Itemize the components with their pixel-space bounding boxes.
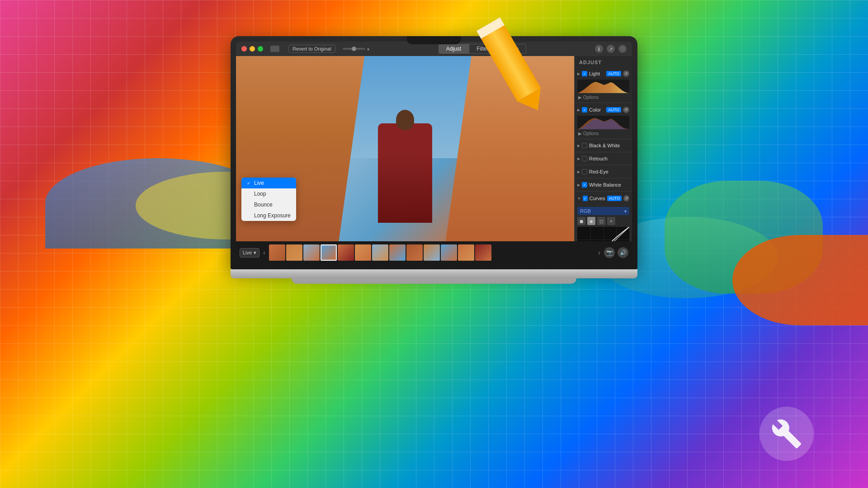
light-histogram bbox=[577, 80, 629, 93]
retouch-checkbox[interactable] bbox=[582, 156, 587, 161]
bw-label: Black & White bbox=[589, 143, 629, 148]
retouch-section-header[interactable]: ▶ Retouch bbox=[575, 154, 632, 163]
wrench-icon bbox=[760, 407, 814, 461]
filmstrip-camera-btn[interactable]: 📷 bbox=[604, 247, 615, 258]
mid-point-tool[interactable]: ◆ bbox=[587, 217, 595, 225]
curves-section-header[interactable]: ▼ ✓ Curves AUTO ↺ bbox=[575, 193, 632, 203]
wb-section-header[interactable]: ▶ ✓ White Balance bbox=[575, 180, 632, 189]
frame-7[interactable] bbox=[372, 244, 388, 261]
frame-8[interactable] bbox=[389, 244, 406, 261]
retouch-label: Retouch bbox=[589, 156, 629, 161]
frame-6[interactable] bbox=[355, 244, 371, 261]
thumbnail-view-icon[interactable] bbox=[270, 46, 279, 52]
close-button[interactable] bbox=[241, 46, 247, 52]
frame-9[interactable] bbox=[406, 244, 423, 261]
color-options[interactable]: ▶ Options bbox=[575, 130, 632, 137]
dropdown-item-live[interactable]: ✓ Live bbox=[241, 178, 296, 188]
color-chevron: ▶ bbox=[577, 108, 580, 112]
retouch-chevron: ▶ bbox=[577, 157, 580, 161]
laptop-base bbox=[231, 269, 637, 278]
frame-3[interactable] bbox=[303, 244, 320, 261]
white-point-tool[interactable]: ◻ bbox=[597, 217, 605, 225]
laptop-notch bbox=[407, 36, 461, 44]
redeye-chevron: ▶ bbox=[577, 170, 580, 174]
light-reset[interactable]: ↺ bbox=[623, 70, 629, 77]
frame-4-active[interactable] bbox=[321, 244, 337, 261]
wb-chevron: ▶ bbox=[577, 183, 580, 187]
frame-11[interactable] bbox=[441, 244, 457, 261]
dropdown-item-bounce[interactable]: Bounce bbox=[241, 199, 296, 210]
curves-controls: RGB ▾ ◼ ◆ ◻ + bbox=[575, 203, 632, 241]
redeye-label: Red-Eye bbox=[589, 169, 629, 174]
live-selector[interactable]: Live ▾ bbox=[240, 248, 259, 258]
wb-enabled[interactable]: ✓ bbox=[582, 182, 587, 188]
curves-reset[interactable]: ↺ bbox=[623, 195, 629, 202]
light-options[interactable]: ▶ Options bbox=[575, 94, 632, 101]
share-icon[interactable]: ↗ bbox=[607, 45, 615, 53]
revert-button[interactable]: Revert to Original bbox=[288, 45, 335, 53]
curves-auto-badge[interactable]: AUTO bbox=[607, 196, 622, 201]
view-toggle-icons bbox=[270, 46, 279, 52]
content-area: ✓ Live Loop Bounce bbox=[236, 56, 632, 241]
color-reset[interactable]: ↺ bbox=[623, 107, 629, 113]
frame-10[interactable] bbox=[424, 244, 440, 261]
frame-12[interactable] bbox=[458, 244, 474, 261]
adjust-panel: ADJUST ▶ ✓ Light AUTO ↺ bbox=[574, 56, 632, 241]
color-section: ▶ ✓ Color AUTO ↺ bbox=[575, 103, 632, 139]
redeye-section-header[interactable]: ▶ Red-Eye bbox=[575, 167, 632, 176]
rgb-channel-selector[interactable]: RGB ▾ bbox=[577, 207, 629, 215]
dropdown-item-loop[interactable]: Loop bbox=[241, 188, 296, 199]
favorite-icon[interactable]: ♡ bbox=[618, 45, 627, 53]
light-auto-badge[interactable]: AUTO bbox=[606, 71, 621, 76]
color-auto-badge[interactable]: AUTO bbox=[606, 107, 621, 113]
filmstrip-sound-btn[interactable]: 🔊 bbox=[618, 247, 628, 258]
person-silhouette bbox=[378, 123, 432, 223]
laptop-foot bbox=[292, 278, 576, 284]
color-enabled[interactable]: ✓ bbox=[582, 107, 587, 113]
filmstrip-prev[interactable]: ‹ bbox=[261, 249, 267, 256]
checkmark-icon: ✓ bbox=[247, 181, 251, 186]
add-point-tool[interactable]: + bbox=[607, 217, 615, 225]
light-section-header[interactable]: ▶ ✓ Light AUTO ↺ bbox=[575, 69, 632, 79]
tab-adjust[interactable]: Adjust bbox=[439, 44, 469, 54]
bw-section-header[interactable]: ▶ Black & White bbox=[575, 141, 632, 150]
laptop-lid: Revert to Original ● Adjust Filters Crop… bbox=[231, 36, 637, 269]
bw-checkbox[interactable] bbox=[582, 143, 587, 148]
light-label: Light bbox=[589, 71, 604, 76]
app-window: Revert to Original ● Adjust Filters Crop… bbox=[236, 42, 632, 264]
color-label: Color bbox=[589, 107, 604, 113]
maximize-button[interactable] bbox=[258, 46, 263, 52]
redeye-checkbox[interactable] bbox=[582, 169, 587, 174]
frame-5[interactable] bbox=[338, 244, 354, 261]
minimize-button[interactable] bbox=[250, 46, 255, 52]
shape-orange-right bbox=[732, 235, 868, 325]
black-point-tool[interactable]: ◼ bbox=[577, 217, 585, 225]
bw-chevron: ▶ bbox=[577, 144, 580, 148]
curves-graph[interactable] bbox=[577, 227, 629, 241]
redeye-section: ▶ Red-Eye bbox=[575, 165, 632, 178]
live-photo-dropdown: ✓ Live Loop Bounce bbox=[241, 178, 296, 221]
curves-chevron: ▼ bbox=[577, 197, 581, 201]
frame-2[interactable] bbox=[286, 244, 302, 261]
laptop-screen: Revert to Original ● Adjust Filters Crop… bbox=[236, 42, 632, 264]
traffic-lights bbox=[241, 46, 263, 52]
info-icon[interactable]: ℹ bbox=[595, 45, 603, 53]
bw-section: ▶ Black & White bbox=[575, 139, 632, 152]
filmstrip-controls: 📷 🔊 bbox=[604, 247, 628, 258]
light-chevron: ▶ bbox=[577, 72, 580, 76]
color-histogram bbox=[577, 116, 629, 129]
retouch-section: ▶ Retouch bbox=[575, 152, 632, 165]
svg-line-0 bbox=[577, 227, 629, 241]
wb-section: ▶ ✓ White Balance bbox=[575, 178, 632, 192]
frame-1[interactable] bbox=[269, 244, 285, 261]
laptop: Revert to Original ● Adjust Filters Crop… bbox=[231, 36, 637, 284]
color-section-header[interactable]: ▶ ✓ Color AUTO ↺ bbox=[575, 105, 632, 115]
curves-enabled[interactable]: ✓ bbox=[583, 196, 588, 201]
light-section: ▶ ✓ Light AUTO ↺ bbox=[575, 67, 632, 103]
dropdown-item-long-exposure[interactable]: Long Exposure bbox=[241, 210, 296, 221]
filmstrip-next[interactable]: › bbox=[596, 249, 602, 256]
light-enabled[interactable]: ✓ bbox=[582, 71, 587, 76]
curves-tool-group: ◼ ◆ ◻ + bbox=[577, 217, 629, 225]
frame-13[interactable] bbox=[475, 244, 491, 261]
curves-section: ▼ ✓ Curves AUTO ↺ RGB ▾ bbox=[575, 192, 632, 241]
